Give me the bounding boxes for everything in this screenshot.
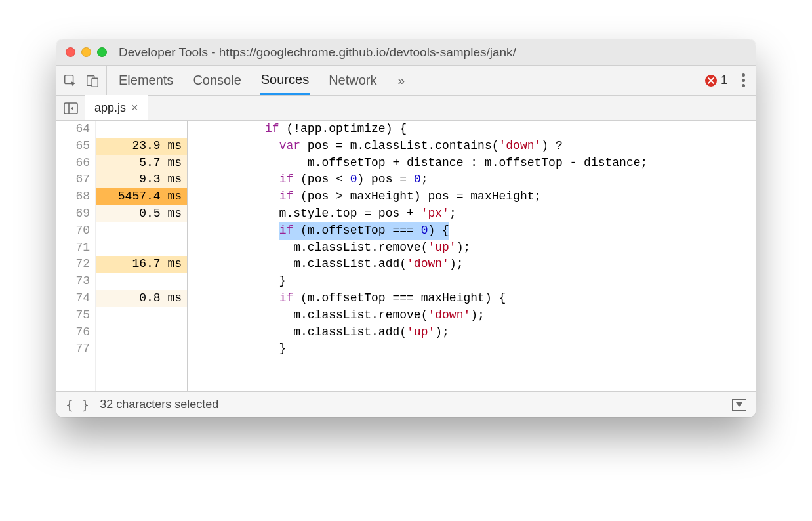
pretty-print-button[interactable]: { } bbox=[66, 397, 89, 413]
tab-elements[interactable]: Elements bbox=[117, 66, 174, 95]
selection-status: 32 characters selected bbox=[100, 398, 218, 411]
titlebar: Developer Tools - https://googlechrome.g… bbox=[56, 39, 756, 66]
zoom-window-button[interactable] bbox=[97, 47, 107, 57]
device-toolbar-icon[interactable] bbox=[85, 73, 100, 88]
tab-sources[interactable]: Sources bbox=[260, 66, 310, 95]
code-line[interactable]: if (!app.optimize) { bbox=[188, 121, 756, 138]
error-count: 1 bbox=[721, 73, 727, 87]
status-bar: { } 32 characters selected bbox=[56, 391, 756, 417]
line-number: 65 bbox=[56, 138, 95, 155]
code-line[interactable]: if (pos < 0) pos = 0; bbox=[188, 171, 756, 188]
code-line[interactable]: if (pos > maxHeight) pos = maxHeight; bbox=[188, 188, 756, 205]
source-editor[interactable]: 6465666768697071727374757677 23.9 ms5.7 … bbox=[56, 121, 756, 391]
error-icon bbox=[705, 75, 717, 87]
traffic-lights bbox=[66, 47, 107, 57]
line-number: 69 bbox=[56, 205, 95, 222]
code-line[interactable]: } bbox=[188, 273, 756, 290]
line-profile-time bbox=[96, 341, 187, 358]
minimize-window-button[interactable] bbox=[81, 47, 91, 57]
line-profile-time bbox=[96, 324, 187, 341]
code-line[interactable]: } bbox=[188, 341, 756, 358]
code-line[interactable]: var pos = m.classList.contains('down') ? bbox=[188, 138, 756, 155]
window-title: Developer Tools - https://googlechrome.g… bbox=[119, 45, 516, 60]
file-tab-appjs[interactable]: app.js × bbox=[85, 95, 148, 120]
code-line[interactable]: if (m.offsetTop === 0) { bbox=[188, 222, 756, 240]
close-tab-button[interactable]: × bbox=[131, 101, 138, 115]
code-line[interactable]: if (m.offsetTop === maxHeight) { bbox=[188, 290, 756, 307]
line-number: 73 bbox=[56, 273, 95, 290]
line-number: 77 bbox=[56, 341, 95, 358]
line-number-gutter: 6465666768697071727374757677 bbox=[56, 121, 96, 391]
line-profile-time: 0.5 ms bbox=[96, 205, 187, 222]
line-profile-time bbox=[96, 240, 187, 257]
code-line[interactable]: m.style.top = pos + 'px'; bbox=[188, 205, 756, 222]
error-counter[interactable]: 1 bbox=[705, 73, 727, 87]
line-profile-column: 23.9 ms5.7 ms9.3 ms5457.4 ms0.5 ms16.7 m… bbox=[96, 121, 188, 391]
line-number: 72 bbox=[56, 256, 95, 273]
line-profile-time bbox=[96, 121, 187, 138]
code-line[interactable]: m.classList.add('up'); bbox=[188, 324, 756, 341]
devtools-toolbar: Elements Console Sources Network » 1 bbox=[56, 66, 756, 96]
navigator-icon bbox=[64, 102, 78, 114]
line-number: 67 bbox=[56, 171, 95, 188]
line-profile-time: 0.8 ms bbox=[96, 290, 187, 307]
line-number: 71 bbox=[56, 240, 95, 257]
line-number: 64 bbox=[56, 121, 95, 138]
code-line[interactable]: m.classList.remove('down'); bbox=[188, 307, 756, 324]
line-profile-time: 5.7 ms bbox=[96, 155, 187, 172]
line-number: 74 bbox=[56, 290, 95, 307]
code-area[interactable]: if (!app.optimize) { var pos = m.classLi… bbox=[188, 121, 756, 391]
close-window-button[interactable] bbox=[66, 47, 75, 57]
tabs-overflow-icon[interactable]: » bbox=[396, 73, 405, 88]
line-profile-time: 9.3 ms bbox=[96, 171, 187, 188]
file-tab-label: app.js bbox=[94, 101, 126, 115]
toggle-navigator-button[interactable] bbox=[56, 96, 85, 120]
toggle-drawer-button[interactable] bbox=[732, 399, 746, 411]
line-number: 68 bbox=[56, 188, 95, 205]
panel-tabs: Elements Console Sources Network » bbox=[117, 66, 405, 95]
tab-network[interactable]: Network bbox=[327, 66, 378, 95]
settings-menu-button[interactable] bbox=[738, 70, 749, 91]
code-line[interactable]: m.classList.add('down'); bbox=[188, 256, 756, 273]
line-profile-time: 5457.4 ms bbox=[96, 188, 187, 205]
code-line[interactable]: m.offsetTop + distance : m.offsetTop - d… bbox=[188, 155, 756, 172]
line-profile-time: 23.9 ms bbox=[96, 138, 187, 155]
line-profile-time bbox=[96, 222, 187, 240]
line-profile-time bbox=[96, 273, 187, 290]
line-number: 75 bbox=[56, 307, 95, 324]
line-number: 76 bbox=[56, 324, 95, 341]
line-profile-time bbox=[96, 307, 187, 324]
svg-rect-2 bbox=[92, 78, 98, 87]
inspect-element-icon[interactable] bbox=[63, 73, 77, 88]
source-tab-bar: app.js × bbox=[56, 96, 756, 121]
line-number: 70 bbox=[56, 222, 95, 240]
tab-console[interactable]: Console bbox=[192, 66, 242, 95]
code-line[interactable]: m.classList.remove('up'); bbox=[188, 240, 756, 257]
devtools-window: Developer Tools - https://googlechrome.g… bbox=[56, 39, 756, 417]
line-number: 66 bbox=[56, 155, 95, 172]
line-profile-time: 16.7 ms bbox=[96, 256, 187, 273]
toolbar-left-icons bbox=[63, 66, 107, 95]
